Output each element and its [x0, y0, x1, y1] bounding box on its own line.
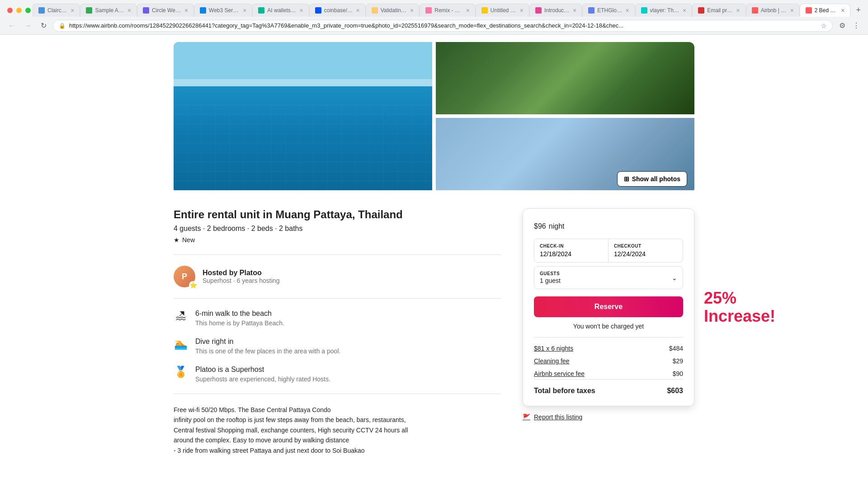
browser-tab-untitled[interactable]: Untitled pre × — [476, 4, 529, 17]
tab-label-eth: ETHGlobal — [597, 7, 623, 14]
show-all-photos-label: Show all photos — [632, 175, 680, 183]
refresh-button[interactable]: ↻ — [38, 19, 49, 32]
page-content: ⊞ Show all photos Entire rental unit in … — [163, 42, 705, 455]
price-line-2: Airbnb service fee $90 — [534, 370, 683, 377]
show-all-photos-button[interactable]: ⊞ Show all photos — [617, 171, 687, 187]
tab-label-untitled: Untitled pre — [491, 7, 517, 14]
highlight-text-0: 6-min walk to the beach This home is by … — [195, 310, 284, 327]
tab-label-remix: Remix - Et... — [434, 7, 463, 14]
browser-titlebar: Claircent × Sample Ap... × Circle Web...… — [0, 0, 868, 17]
increase-line1: 25% — [704, 289, 775, 307]
checkout-label: CHECKOUT — [614, 244, 677, 249]
toolbar-actions: ⚙ ⋮ — [836, 19, 863, 32]
tab-close-airbnb[interactable]: × — [790, 7, 794, 14]
price-line-amount-1: $29 — [673, 357, 683, 365]
tab-favicon-coinbase — [315, 7, 321, 14]
highlight-icon-1: 🏊 — [174, 338, 188, 350]
browser-tab-eth[interactable]: ETHGlobal × — [582, 4, 635, 17]
guests-field[interactable]: GUESTS 1 guest ⌄ — [534, 266, 683, 289]
checkout-field[interactable]: CHECKOUT — [609, 239, 683, 262]
browser-tab-sample[interactable]: Sample Ap... × — [80, 4, 137, 17]
close-window-button[interactable] — [7, 8, 13, 13]
bookmark-icon[interactable]: ☆ — [821, 22, 827, 29]
tab-close-sample[interactable]: × — [127, 7, 131, 14]
browser-tab-coinbase[interactable]: coinbase/c... × — [309, 4, 366, 17]
tab-close-vlayer[interactable]: × — [683, 7, 686, 14]
highlight-desc-2: Superhosts are experienced, highly rated… — [195, 375, 330, 383]
minimize-window-button[interactable] — [16, 8, 22, 13]
highlight-icon-2: 🏅 — [174, 366, 188, 378]
checkout-input[interactable] — [614, 250, 677, 258]
tab-label-web3: Web3 Servi... — [209, 7, 240, 14]
listing-content: Entire rental unit in Muang Pattaya, Tha… — [174, 208, 694, 455]
browser-tab-web3[interactable]: Web3 Servi... × — [194, 4, 252, 17]
highlight-item-2: 🏅 Platoo is a Superhost Superhosts are e… — [174, 366, 501, 383]
price-line-label-0[interactable]: $81 x 6 nights — [534, 345, 573, 352]
listing-title: Entire rental unit in Muang Pattaya, Tha… — [174, 208, 501, 221]
highlight-icon-0: 🏖 — [174, 310, 188, 322]
tab-label-claircent: Claircent — [47, 7, 68, 14]
listing-meta: 4 guests · 2 bedrooms · 2 beds · 2 baths — [174, 225, 501, 233]
tab-close-remix[interactable]: × — [466, 7, 470, 14]
browser-tab-validating[interactable]: Validating... × — [366, 4, 420, 17]
check-in-input[interactable] — [540, 250, 603, 258]
highlight-title-0: 6-min walk to the beach — [195, 310, 284, 318]
tab-label-circle: Circle Web... — [152, 7, 182, 14]
tab-close-airbnb2[interactable]: × — [841, 7, 844, 14]
tab-close-validating[interactable]: × — [410, 7, 414, 14]
tab-favicon-intro — [535, 7, 542, 14]
tab-close-claircent[interactable]: × — [71, 7, 74, 14]
browser-tab-airbnb2[interactable]: 2 Bed 2 ... × — [800, 4, 851, 17]
tab-favicon-remix — [425, 7, 432, 14]
browser-tab-email[interactable]: Email proof × — [692, 4, 745, 17]
tab-close-email[interactable]: × — [736, 7, 740, 14]
browser-tab-ai[interactable]: AI wallets |... × — [252, 4, 309, 17]
browser-tab-circle[interactable]: Circle Web... × — [137, 4, 194, 17]
increase-overlay: 25% Increase! — [704, 289, 775, 325]
star-icon: ★ — [174, 236, 179, 244]
report-listing[interactable]: 🚩 Report this listing — [523, 413, 694, 421]
browser-tab-airbnb[interactable]: Airbnb | V... × — [746, 4, 800, 17]
new-tab-button[interactable]: + — [852, 4, 864, 17]
price-line-amount-0: $484 — [669, 345, 683, 352]
address-bar[interactable]: 🔒 ☆ — [53, 20, 833, 32]
divider-1 — [174, 254, 501, 255]
new-label: New — [182, 236, 195, 244]
maximize-window-button[interactable] — [25, 8, 31, 13]
browser-toolbar: ← → ↻ 🔒 ☆ ⚙ ⋮ — [0, 17, 868, 34]
tab-close-circle[interactable]: × — [184, 7, 188, 14]
listing-main: Entire rental unit in Muang Pattaya, Tha… — [174, 208, 501, 455]
browser-tab-intro[interactable]: Introducing × — [529, 4, 582, 17]
tab-favicon-circle — [143, 7, 149, 14]
divider-3 — [174, 394, 501, 394]
forward-button[interactable]: → — [22, 20, 34, 32]
divider-2 — [174, 298, 501, 299]
tab-close-untitled[interactable]: × — [520, 7, 524, 14]
main-photo — [174, 42, 432, 190]
reserve-button[interactable]: Reserve — [534, 296, 683, 317]
url-input[interactable] — [69, 22, 817, 29]
tab-close-intro[interactable]: × — [573, 7, 576, 14]
tab-close-ai[interactable]: × — [300, 7, 303, 14]
tab-close-coinbase[interactable]: × — [356, 7, 360, 14]
host-section: P Hosted by Platoo Superhost · 6 years h… — [174, 266, 501, 287]
price-line-label-2[interactable]: Airbnb service fee — [534, 370, 585, 377]
menu-button[interactable]: ⋮ — [850, 19, 863, 32]
extensions-button[interactable]: ⚙ — [836, 19, 848, 32]
booking-card: $96 night CHECK-IN CHECKOUT GUESTS — [523, 208, 694, 406]
tab-close-web3[interactable]: × — [243, 7, 246, 14]
tab-close-eth[interactable]: × — [625, 7, 629, 14]
browser-tab-claircent[interactable]: Claircent × — [33, 4, 80, 17]
browser-tab-remix[interactable]: Remix - Et... × — [420, 4, 476, 17]
price-line-label-1[interactable]: Cleaning fee — [534, 357, 570, 365]
browser-tab-vlayer[interactable]: vlayer: The... × — [635, 4, 693, 17]
tab-label-airbnb: Airbnb | V... — [761, 7, 788, 14]
tab-label-intro: Introducing — [544, 7, 570, 14]
total-amount: $603 — [667, 387, 683, 395]
check-in-field[interactable]: CHECK-IN — [534, 239, 609, 262]
back-button[interactable]: ← — [5, 20, 18, 32]
highlight-list: 🏖 6-min walk to the beach This home is b… — [174, 310, 501, 383]
tab-favicon-validating — [372, 7, 378, 14]
price-line-amount-2: $90 — [673, 370, 683, 377]
highlight-text-1: Dive right in This is one of the few pla… — [195, 338, 340, 355]
